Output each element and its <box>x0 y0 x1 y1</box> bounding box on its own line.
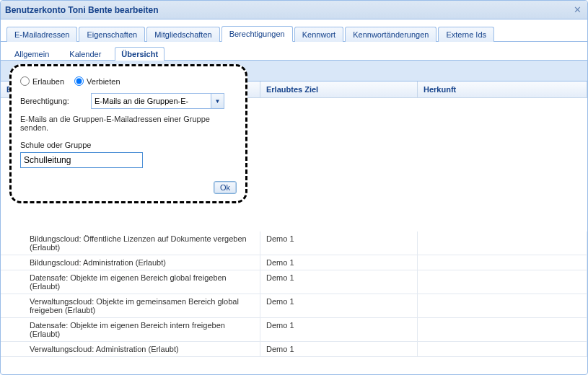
permission-select[interactable]: ▼ <box>91 93 224 109</box>
chevron-down-icon: ▼ <box>215 98 221 105</box>
cell-origin <box>418 294 587 317</box>
subtab-general[interactable]: Allgemein <box>8 47 56 61</box>
radio-deny-input[interactable] <box>74 76 84 86</box>
add-permission-popup: Erlauben Verbieten Berechtigung: ▼ E-Mai… <box>9 64 247 203</box>
tab-email[interactable]: E-Mailadressen <box>6 27 77 42</box>
col-origin[interactable]: Herkunft <box>418 81 587 97</box>
tab-memberships[interactable]: Mitgliedschaften <box>146 27 220 42</box>
table-row[interactable]: Bildungscloud: Administration (Erlaubt) … <box>1 255 587 270</box>
cell-origin <box>418 231 587 255</box>
table-row[interactable]: Bildungscloud: Öffentliche Lizenzen auf … <box>1 231 587 255</box>
cell-target: Demo 1 <box>260 270 418 294</box>
permission-field-row: Berechtigung: ▼ <box>20 93 237 109</box>
cell-permission: Datensafe: Objekte im eigenen Bereich in… <box>1 318 260 341</box>
ok-button[interactable]: Ok <box>214 181 237 194</box>
cell-permission: Verwaltungscloud: Objekte im gemeinsamen… <box>1 294 260 317</box>
tab-password-changes[interactable]: Kennwortänderungen <box>345 27 436 42</box>
main-tabbar: E-Mailadressen Eigenschaften Mitgliedsch… <box>1 19 587 42</box>
cell-origin <box>418 318 587 341</box>
allow-deny-radios: Erlauben Verbieten <box>20 76 237 86</box>
table-row[interactable]: Datensafe: Objekte im eigenen Bereich gl… <box>1 270 587 294</box>
popup-button-row: Ok <box>20 181 237 194</box>
subtab-calendar[interactable]: Kalender <box>63 47 107 61</box>
subtab-overview[interactable]: Übersicht <box>115 47 164 61</box>
permission-description: E-Mails an die Gruppen-E-Mailadressen ei… <box>20 115 237 132</box>
sub-tabbar: Allgemein Kalender Übersicht <box>1 42 587 61</box>
cell-target: Demo 1 <box>260 294 418 317</box>
target-input[interactable] <box>20 152 143 168</box>
cell-target: Demo 1 <box>260 342 418 356</box>
cell-permission: Bildungscloud: Administration (Erlaubt) <box>1 255 260 270</box>
cell-target: Demo 1 <box>260 231 418 255</box>
table-row[interactable]: Verwaltungscloud: Objekte im gemeinsamen… <box>1 294 587 318</box>
target-label: Schule oder Gruppe <box>20 141 237 149</box>
radio-allow[interactable]: Erlauben <box>20 76 64 86</box>
table-row[interactable]: Verwaltungscloud: Administration (Erlaub… <box>1 342 587 357</box>
cell-origin <box>418 270 587 294</box>
table-row[interactable]: Datensafe: Objekte im eigenen Bereich in… <box>1 318 587 342</box>
titlebar: Benutzerkonto Toni Bente bearbeiten ✕ <box>1 1 587 19</box>
tab-external-ids[interactable]: Externe Ids <box>438 27 494 42</box>
window-title: Benutzerkonto Toni Bente bearbeiten <box>5 5 158 15</box>
cell-target: Demo 1 <box>260 318 418 341</box>
cell-permission: Verwaltungscloud: Administration (Erlaub… <box>1 342 260 356</box>
permission-select-dropdown[interactable]: ▼ <box>211 94 224 108</box>
cell-origin <box>418 255 587 270</box>
cell-permission: Datensafe: Objekte im eigenen Bereich gl… <box>1 270 260 294</box>
radio-allow-label: Erlauben <box>32 77 64 86</box>
tab-permissions[interactable]: Berechtigungen <box>221 26 293 42</box>
radio-deny-label: Verbieten <box>87 77 120 86</box>
permission-label: Berechtigung: <box>20 97 85 105</box>
permission-select-input[interactable] <box>92 97 211 105</box>
tab-password[interactable]: Kennwort <box>294 27 343 42</box>
cell-origin <box>418 342 587 356</box>
cell-target: Demo 1 <box>260 255 418 270</box>
cell-permission: Bildungscloud: Öffentliche Lizenzen auf … <box>1 231 260 255</box>
radio-allow-input[interactable] <box>20 76 30 86</box>
radio-deny[interactable]: Verbieten <box>74 76 120 86</box>
dialog-window: Benutzerkonto Toni Bente bearbeiten ✕ E-… <box>0 0 588 375</box>
col-target[interactable]: Erlaubtes Ziel <box>260 81 418 97</box>
tab-properties[interactable]: Eigenschaften <box>79 27 145 42</box>
close-icon[interactable]: ✕ <box>571 4 583 16</box>
